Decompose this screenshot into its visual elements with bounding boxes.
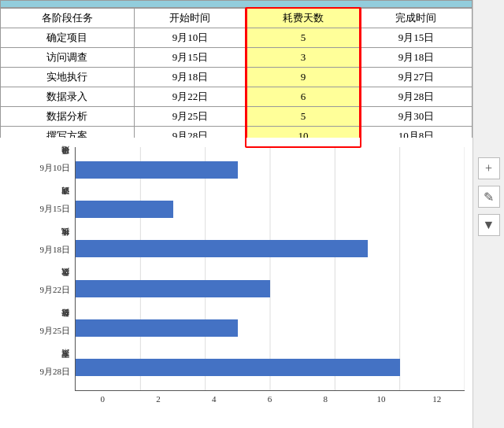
x-axis-tick: 6	[242, 394, 298, 404]
col-header-task: 各阶段任务	[1, 9, 135, 28]
x-axis: 024681012	[67, 391, 472, 404]
bar	[76, 319, 238, 337]
table-row: 数据录入9月22日69月28日	[1, 87, 472, 107]
x-axis-tick: 0	[75, 394, 131, 404]
cell-1-0: 访问调查	[1, 48, 135, 68]
chart-area: 撰写方案9月28日数据分析9月25日数据录入9月22日实地执行9月18日访问调查…	[0, 138, 472, 421]
bar-row	[76, 353, 465, 382]
bar	[76, 161, 238, 179]
x-axis-tick: 2	[131, 394, 187, 404]
y-label-date: 9月15日	[40, 203, 71, 215]
y-label-date: 9月25日	[40, 325, 71, 337]
col-header-end: 完成时间	[360, 9, 472, 28]
cell-1-1: 9月15日	[134, 48, 246, 68]
bars-container	[75, 147, 465, 391]
cell-0-2: 5	[246, 28, 360, 48]
cell-3-3: 9月28日	[360, 87, 472, 107]
cell-3-1: 9月22日	[134, 87, 246, 107]
bar-row	[76, 156, 465, 184]
cell-2-3: 9月27日	[360, 68, 472, 87]
x-axis-tick: 12	[409, 394, 465, 404]
y-axis-label: 确定项目9月10日	[40, 160, 71, 174]
filter-button[interactable]: ▼	[478, 214, 500, 236]
x-axis-tick: 10	[354, 394, 410, 404]
table-header-row: 各阶段任务 开始时间 耗费天数 完成时间	[1, 9, 472, 28]
cell-3-0: 数据录入	[1, 87, 135, 107]
y-label-date: 9月28日	[40, 366, 71, 378]
bar	[76, 359, 400, 376]
y-axis-labels: 撰写方案9月28日数据分析9月25日数据录入9月22日实地执行9月18日访问调查…	[8, 147, 75, 391]
y-label-date: 9月22日	[40, 284, 71, 296]
chart-content: 撰写方案9月28日数据分析9月25日数据录入9月22日实地执行9月18日访问调查…	[0, 147, 472, 391]
spreadsheet: 各阶段任务 开始时间 耗费天数 完成时间 确定项目9月10日59月15日访问调查…	[0, 0, 472, 146]
col-header-start: 开始时间	[134, 9, 246, 28]
cell-2-1: 9月18日	[134, 68, 246, 87]
x-axis-tick: 8	[298, 394, 354, 404]
table-row: 数据分析9月25日59月30日	[1, 107, 472, 127]
table-title	[0, 0, 472, 8]
bar	[76, 280, 270, 297]
cell-0-3: 9月15日	[360, 28, 472, 48]
bar-row	[76, 275, 465, 303]
table-row: 访问调查9月15日39月18日	[1, 48, 472, 68]
bar	[76, 240, 368, 257]
cell-1-2: 3	[246, 48, 360, 68]
table-row: 实地执行9月18日99月27日	[1, 68, 472, 87]
y-label-date: 9月18日	[40, 244, 71, 256]
cell-1-3: 9月18日	[360, 48, 472, 68]
cell-3-2: 6	[246, 87, 360, 107]
right-panel: + ✎ ▼	[472, 0, 504, 428]
cell-4-2: 5	[246, 107, 360, 127]
cell-0-0: 确定项目	[1, 28, 135, 48]
y-label-date: 9月10日	[40, 162, 71, 174]
cell-4-1: 9月25日	[134, 107, 246, 127]
y-axis-label: 访问调查9月15日	[40, 201, 71, 215]
y-axis-label: 数据录入9月22日	[40, 282, 71, 296]
add-button[interactable]: +	[478, 157, 500, 179]
cell-2-0: 实地执行	[1, 68, 135, 87]
bar-row	[76, 314, 465, 342]
y-axis-label: 实地执行9月18日	[40, 242, 71, 256]
bar-row	[76, 195, 465, 223]
y-axis-label: 数据分析9月25日	[40, 323, 71, 337]
table-row: 确定项目9月10日59月15日	[1, 28, 472, 48]
y-axis-label: 撰写方案9月28日	[40, 364, 71, 378]
data-table: 各阶段任务 开始时间 耗费天数 完成时间 确定项目9月10日59月15日访问调查…	[0, 8, 472, 146]
edit-button[interactable]: ✎	[478, 186, 500, 208]
chart-title	[0, 138, 472, 147]
cell-0-1: 9月10日	[134, 28, 246, 48]
bar-row	[76, 234, 465, 263]
bar	[76, 201, 173, 218]
cell-4-3: 9月30日	[360, 107, 472, 127]
col-header-days: 耗费天数	[246, 9, 360, 28]
cell-4-0: 数据分析	[1, 107, 135, 127]
x-axis-tick: 4	[186, 394, 242, 404]
cell-2-2: 9	[246, 68, 360, 87]
